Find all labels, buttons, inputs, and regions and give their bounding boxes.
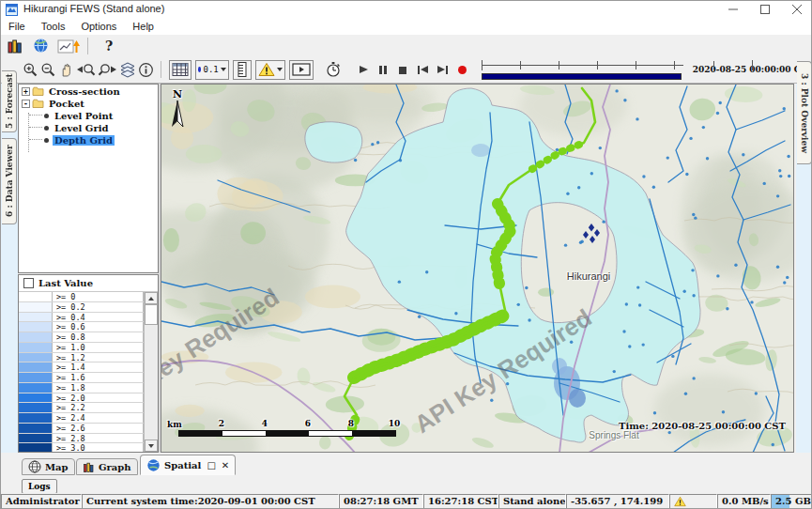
grid-display-button[interactable] <box>169 60 192 80</box>
record-button[interactable] <box>455 63 466 77</box>
menu-item-tools[interactable]: Tools <box>39 20 74 34</box>
go-last-button[interactable] <box>435 63 445 77</box>
tab-map[interactable]: Map <box>22 458 75 475</box>
zoom-in-icon[interactable] <box>23 60 38 79</box>
globe-icon[interactable] <box>31 37 50 55</box>
chart-display-icon[interactable] <box>56 37 81 55</box>
last-value-checkbox[interactable] <box>23 278 34 288</box>
scale-segment <box>266 431 309 436</box>
play-button[interactable] <box>356 63 366 77</box>
legend-row-label: >= 0.8 <box>53 332 144 342</box>
legend-color-swatch <box>19 332 53 342</box>
zoom-previous-icon[interactable] <box>76 60 96 79</box>
title-bar: Hikurangi FEWS (Stand alone) <box>1 1 812 18</box>
bullet-icon <box>44 126 49 131</box>
legend-row: >= 2.4 <box>19 413 144 424</box>
menu-item-file[interactable]: File <box>7 20 34 34</box>
status-cell-3: 16:27:18 CST <box>423 494 498 509</box>
legend-scrollbar[interactable] <box>144 292 158 452</box>
database-icon[interactable] <box>6 37 24 55</box>
help-button[interactable]: ? <box>105 39 113 54</box>
status-cell-7: 0.0 MB/s <box>717 494 771 509</box>
bottom-tab-bar: Map Graph Spatial □ ✕ Logs <box>1 453 812 493</box>
tree-item-cross-section[interactable]: +Cross-section <box>22 85 158 97</box>
tab-forecast[interactable]: 5 : Forecast <box>2 70 17 132</box>
scale-tick-label: 8 <box>348 419 354 428</box>
menu-item-help[interactable]: Help <box>130 20 162 34</box>
maximize-button[interactable] <box>749 1 781 18</box>
legend-row-label: >= 2.2 <box>53 403 144 412</box>
legend-row-label: >= 2.4 <box>53 413 144 423</box>
legend-row: >= 0.4 <box>19 313 144 323</box>
tab-spatial[interactable]: Spatial □ ✕ <box>140 455 236 475</box>
legend-color-swatch <box>19 403 53 412</box>
legend-row: >= 2.2 <box>19 403 144 413</box>
scale-segment <box>309 431 352 436</box>
legend-row-label: >= 1.0 <box>53 343 144 352</box>
tree-item-level-point[interactable]: Level Point <box>22 110 158 121</box>
timeline-track <box>482 65 683 66</box>
animation-movie-button[interactable] <box>289 60 314 80</box>
chevron-down-icon <box>221 68 226 71</box>
tree-connector <box>29 139 42 141</box>
go-first-button[interactable] <box>415 63 425 77</box>
legend-row-label: >= 2.8 <box>53 434 144 443</box>
pause-button[interactable] <box>375 63 386 77</box>
map-canvas[interactable]: API Key Required API Key Required N km 2… <box>161 84 794 453</box>
tree-expander-icon[interactable]: + <box>22 87 30 96</box>
scroll-down-icon[interactable] <box>145 440 158 452</box>
tree-expander-icon[interactable]: - <box>22 100 30 108</box>
tree-item-level-grid[interactable]: Level Grid <box>22 122 158 133</box>
tab-graph[interactable]: Graph <box>76 458 138 475</box>
globe-grid-icon <box>28 460 41 473</box>
tree-connector <box>29 127 42 129</box>
stop-button[interactable] <box>395 63 406 77</box>
minimize-button[interactable] <box>717 1 749 18</box>
legend-row: >= 1.8 <box>19 383 144 393</box>
tab-restore-icon[interactable]: □ <box>207 460 215 470</box>
legend-row-label: >= 1.2 <box>53 353 144 362</box>
info-icon[interactable] <box>138 60 154 79</box>
toolbar-separator <box>161 61 161 78</box>
legend-color-swatch <box>19 353 53 362</box>
legend-color-swatch <box>19 393 53 403</box>
status-cell-0: Administrator <box>1 494 82 509</box>
status-cell-5: -35.657 , 174.199 <box>566 494 669 509</box>
legend-row: >= 1.6 <box>19 373 144 383</box>
flood-extent-nw-patch <box>305 122 362 162</box>
layers-icon[interactable] <box>119 60 136 79</box>
timeline-tick <box>597 61 598 69</box>
scroll-up-icon[interactable] <box>145 292 158 304</box>
tab-map-label: Map <box>45 462 69 472</box>
legend-row-label: >= 1.8 <box>53 383 144 393</box>
menu-bar: FileToolsOptionsHelp <box>1 18 812 35</box>
timer-icon[interactable] <box>325 60 342 79</box>
status-cell-2: 08:27:18 GMT <box>339 494 423 509</box>
close-button[interactable] <box>781 1 812 18</box>
scale-ruler-button[interactable] <box>233 60 252 80</box>
tree-item-pocket[interactable]: -Pocket <box>22 98 158 109</box>
tab-close-icon[interactable]: ✕ <box>222 460 229 470</box>
zoom-out-icon[interactable] <box>40 60 56 79</box>
pan-hand-icon[interactable] <box>58 60 74 79</box>
tree-item-depth-grid[interactable]: Depth Grid <box>22 134 158 146</box>
legend-row: >= 2.8 <box>19 434 144 444</box>
zoom-next-icon[interactable] <box>98 60 117 79</box>
tree-item-label: Depth Grid <box>53 135 115 146</box>
status-cell-1: Current system time:2020-09-01 00:00 CST <box>82 494 339 509</box>
legend-row: >= 0 <box>19 292 144 302</box>
timeline-slider[interactable] <box>480 57 685 82</box>
toolbar-main: ? <box>1 35 812 56</box>
tab-plot-overview[interactable]: 3 : Plot Overview <box>797 61 812 164</box>
menu-item-options[interactable]: Options <box>79 20 125 34</box>
legend-row: >= 0.6 <box>19 322 144 332</box>
legend-row-label: >= 0 <box>53 292 144 301</box>
legend-row: >= 2.0 <box>19 393 144 404</box>
warning-threshold-dropdown[interactable] <box>255 60 285 80</box>
scroll-thumb[interactable] <box>145 304 158 325</box>
class-break-dropdown[interactable]: 0.1 <box>195 60 229 80</box>
scale-segment <box>352 431 395 436</box>
scale-bar: km 246810 <box>167 419 411 440</box>
logs-button[interactable]: Logs <box>22 479 57 494</box>
tab-data-viewer[interactable]: 6 : Data Viewer <box>2 138 17 224</box>
